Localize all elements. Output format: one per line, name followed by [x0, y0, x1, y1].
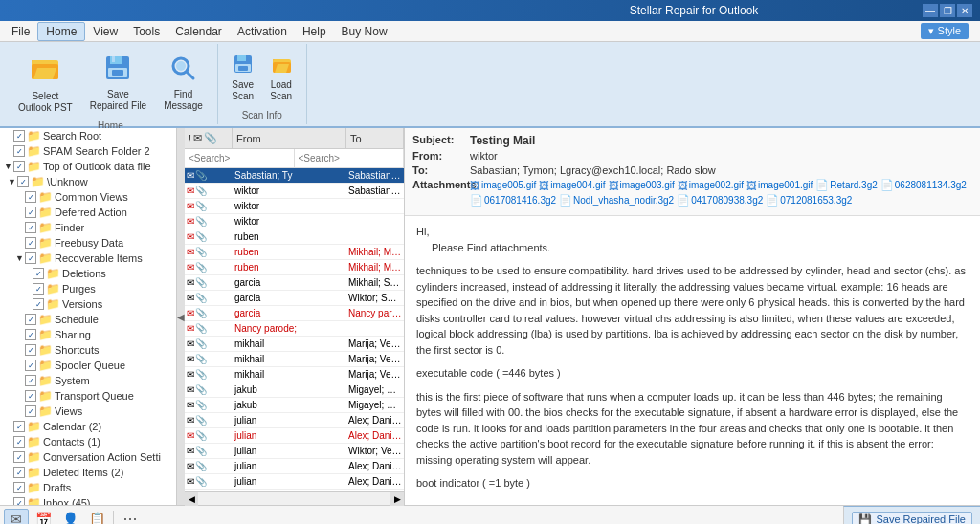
- panel-collapse-handle[interactable]: ◀: [177, 128, 185, 505]
- menu-view[interactable]: View: [85, 23, 125, 40]
- folder-checkbox[interactable]: ✓: [33, 298, 44, 310]
- folder-checkbox[interactable]: ✓: [25, 405, 36, 417]
- attachment-item[interactable]: 🖼image004.gif: [539, 179, 605, 191]
- menu-help[interactable]: Help: [295, 23, 334, 40]
- folder-top-outlook[interactable]: ▼ ✓ 📁 Top of Outlook data file: [0, 159, 176, 174]
- email-row[interactable]: ✉📎 julian Alex; Daniel; A: [185, 474, 404, 490]
- folder-freebusy[interactable]: ✓ 📁 Freebusy Data: [0, 235, 176, 251]
- folder-checkbox[interactable]: ✓: [25, 252, 36, 264]
- folder-purges[interactable]: ✓ 📁 Purges: [0, 281, 176, 296]
- folder-calendar[interactable]: ✓ 📁 Calendar (2): [0, 419, 176, 434]
- folder-deletions[interactable]: ✓ 📁 Deletions: [0, 266, 176, 281]
- email-row[interactable]: ✉📎 julian Alex; Daniel; A: [185, 459, 404, 474]
- menu-buy-now[interactable]: Buy Now: [334, 23, 395, 40]
- folder-recoverable-items[interactable]: ▼ ✓ 📁 Recoverable Items: [0, 251, 176, 266]
- folder-checkbox[interactable]: ✓: [25, 207, 36, 218]
- email-row[interactable]: ✉ 📎 garcia Nancy parode;: [185, 306, 404, 321]
- folder-checkbox[interactable]: ✓: [13, 482, 25, 493]
- folder-checkbox[interactable]: ✓: [25, 191, 36, 203]
- folder-checkbox[interactable]: ✓: [33, 268, 44, 279]
- email-row[interactable]: ✉ 📎 mikhail Marija; Veronik: [185, 337, 404, 352]
- folder-checkbox[interactable]: ✓: [13, 145, 25, 157]
- folder-checkbox[interactable]: ✓: [25, 237, 36, 249]
- attachment-item[interactable]: 📄0712081653.3g2: [766, 194, 852, 207]
- attachment-item[interactable]: 📄0617081416.3g2: [470, 194, 556, 207]
- email-row[interactable]: ✉ 📎 wiktor: [185, 214, 404, 229]
- attachment-item[interactable]: 📄0417080938.3g2: [677, 194, 763, 207]
- folder-checkbox[interactable]: ✓: [13, 451, 25, 463]
- email-row[interactable]: ✉📎 julian Wiktor; Veronik: [185, 444, 404, 459]
- attachment-item[interactable]: 📄0628081134.3g2: [880, 179, 967, 191]
- email-row[interactable]: ✉📎 julian Alex; Daniel; A: [185, 413, 404, 428]
- folder-checkbox[interactable]: ✓: [25, 344, 36, 356]
- folder-checkbox[interactable]: ✓: [13, 421, 25, 432]
- folder-checkbox[interactable]: ✓: [25, 222, 36, 233]
- attachment-item[interactable]: 🖼image003.gif: [609, 179, 675, 191]
- folder-unknow[interactable]: ▼ ✓ 📁 \Unknow: [0, 174, 176, 189]
- email-row[interactable]: ✉ 📎 ruben Mikhail; Marija: [185, 245, 404, 260]
- folder-checkbox[interactable]: ✓: [13, 130, 25, 142]
- folder-checkbox[interactable]: ✓: [25, 360, 36, 371]
- scroll-left-btn[interactable]: ◀: [185, 492, 198, 506]
- find-message-button[interactable]: FindMessage: [157, 50, 210, 117]
- close-button[interactable]: ✕: [957, 4, 972, 17]
- email-row[interactable]: ✉📎 julian Alex; Daniel; A: [185, 428, 404, 444]
- attachment-item[interactable]: 📄Nodl_vhasha_nodir.3g2: [559, 194, 674, 207]
- save-repaired-file-button[interactable]: SaveRepaired File: [83, 50, 153, 117]
- folder-views[interactable]: ✓ 📁 Views: [0, 404, 176, 419]
- email-row[interactable]: ✉ 📎 ruben: [185, 229, 404, 245]
- folder-finder[interactable]: ✓ 📁 Finder: [0, 220, 176, 235]
- menu-calendar[interactable]: Calendar: [167, 23, 230, 40]
- col-from-header[interactable]: From: [233, 128, 346, 148]
- email-list-hscroll[interactable]: ◀ ▶: [185, 491, 404, 505]
- folder-drafts[interactable]: ✓ 📁 Drafts: [0, 480, 176, 495]
- folder-inbox[interactable]: ✓ 📁 Inbox (45): [0, 495, 176, 505]
- email-row[interactable]: ✉ 📎 Sabastian; Ty Sabastian; Ty: [185, 168, 404, 184]
- attachment-item[interactable]: 📄Retard.3g2: [815, 179, 877, 191]
- email-row[interactable]: ✉ 📎 Nancy parode;: [185, 321, 404, 337]
- nav-calendar-button[interactable]: 📅: [31, 509, 56, 525]
- minimize-button[interactable]: —: [923, 4, 938, 17]
- folder-common-views[interactable]: ✓ 📁 Common Views: [0, 189, 176, 205]
- menu-file[interactable]: File: [4, 23, 37, 40]
- folder-versions[interactable]: ✓ 📁 Versions: [0, 296, 176, 312]
- folder-checkbox[interactable]: ✓: [25, 314, 36, 325]
- folder-checkbox[interactable]: ✓: [25, 375, 36, 386]
- search-to-input[interactable]: [295, 149, 405, 167]
- folder-conversation-action[interactable]: ✓ 📁 Conversation Action Setti: [0, 449, 176, 465]
- email-row[interactable]: ✉ 📎 garcia Wiktor; Sabasti: [185, 291, 404, 306]
- folder-sharing[interactable]: ✓ 📁 Sharing: [0, 327, 176, 342]
- email-row[interactable]: ✉ 📎 mikhail Marija; Veronik: [185, 367, 404, 382]
- attachment-item[interactable]: 🖼image005.gif: [470, 179, 536, 191]
- folder-deleted-items[interactable]: ✓ 📁 Deleted Items (2): [0, 465, 176, 480]
- folder-checkbox[interactable]: ✓: [25, 329, 36, 340]
- save-scan-button[interactable]: SaveScan: [226, 51, 260, 105]
- email-row[interactable]: ✉ 📎 jakub Migayel; Ruben: [185, 398, 404, 413]
- folder-shortcuts[interactable]: ✓ 📁 Shortcuts: [0, 342, 176, 358]
- col-to-header[interactable]: To: [346, 128, 404, 148]
- menu-home[interactable]: Home: [37, 22, 85, 41]
- email-row[interactable]: ✉ 📎 wiktor Sabastian; Ty: [185, 184, 404, 199]
- folder-checkbox[interactable]: ✓: [13, 467, 25, 478]
- folder-schedule[interactable]: ✓ 📁 Schedule: [0, 312, 176, 327]
- folder-contacts[interactable]: ✓ 📁 Contacts (1): [0, 434, 176, 449]
- nav-tasks-button[interactable]: 📋: [84, 509, 109, 525]
- folder-deferred-action[interactable]: ✓ 📁 Deferred Action: [0, 205, 176, 220]
- scroll-track[interactable]: [198, 492, 390, 505]
- folder-spooler-queue[interactable]: ✓ 📁 Spooler Queue: [0, 358, 176, 373]
- folder-checkbox[interactable]: ✓: [25, 390, 36, 402]
- folder-spam-search[interactable]: ✓ 📁 SPAM Search Folder 2: [0, 143, 176, 159]
- scroll-right-btn[interactable]: ▶: [390, 492, 404, 506]
- email-row[interactable]: ✉ 📎 mikhail Marija; Veronik: [185, 352, 404, 367]
- folder-transport-queue[interactable]: ✓ 📁 Transport Queue: [0, 388, 176, 404]
- save-repaired-status-button[interactable]: 💾 Save Repaired File: [852, 512, 972, 525]
- load-scan-button[interactable]: LoadScan: [264, 51, 299, 105]
- folder-search-root[interactable]: ✓ 📁 Search Root: [0, 128, 176, 143]
- nav-more-button[interactable]: ···: [118, 509, 143, 525]
- attachment-item[interactable]: 🖼image001.gif: [746, 179, 813, 191]
- search-from-input[interactable]: [185, 149, 295, 167]
- style-button[interactable]: ▾ Style: [921, 23, 969, 39]
- col-icons-header[interactable]: ! ✉ 📎: [185, 128, 233, 148]
- folder-checkbox[interactable]: ✓: [13, 436, 25, 448]
- folder-checkbox[interactable]: ✓: [17, 176, 29, 187]
